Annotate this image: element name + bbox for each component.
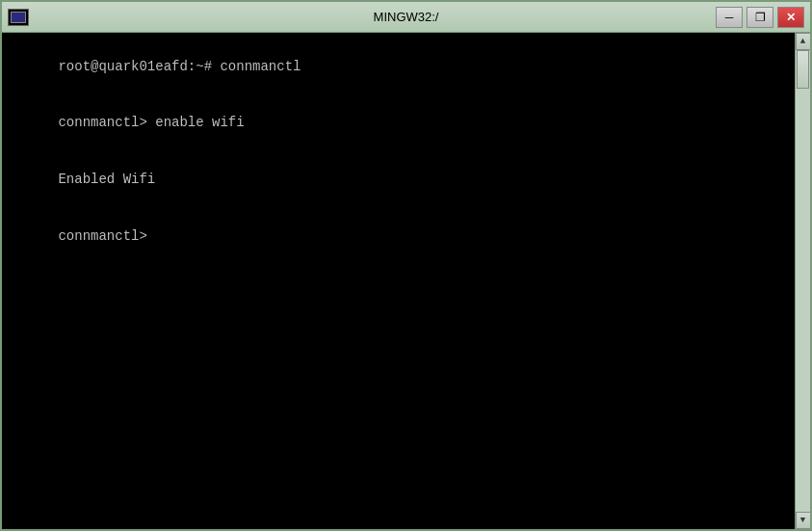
terminal-output[interactable]: root@quark01eafd:~# connmanctl connmanct… bbox=[2, 33, 795, 529]
title-bar: MINGW32:/ ─ ❐ ✕ bbox=[2, 2, 810, 33]
window-title: MINGW32:/ bbox=[374, 10, 439, 24]
terminal-line-3: Enabled Wifi bbox=[58, 172, 155, 187]
app-icon bbox=[8, 9, 29, 26]
terminal-line-1: root@quark01eafd:~# connmanctl bbox=[58, 59, 301, 74]
scroll-thumb[interactable] bbox=[797, 50, 809, 89]
terminal-window: MINGW32:/ ─ ❐ ✕ root@quark01eafd:~# conn… bbox=[0, 0, 812, 531]
terminal-line-4: connmanctl> bbox=[58, 228, 155, 244]
restore-button[interactable]: ❐ bbox=[747, 7, 773, 28]
scroll-down-button[interactable]: ▼ bbox=[796, 512, 811, 529]
minimize-button[interactable]: ─ bbox=[716, 7, 743, 28]
scroll-up-button[interactable]: ▲ bbox=[796, 33, 811, 50]
title-bar-left bbox=[8, 9, 29, 26]
scroll-track bbox=[796, 50, 810, 512]
close-button[interactable]: ✕ bbox=[777, 7, 804, 28]
scrollbar: ▲ ▼ bbox=[795, 33, 810, 529]
window-controls: ─ ❐ ✕ bbox=[716, 7, 804, 28]
terminal-line-2: connmanctl> enable wifi bbox=[58, 115, 244, 130]
terminal-body: root@quark01eafd:~# connmanctl connmanct… bbox=[2, 33, 810, 529]
